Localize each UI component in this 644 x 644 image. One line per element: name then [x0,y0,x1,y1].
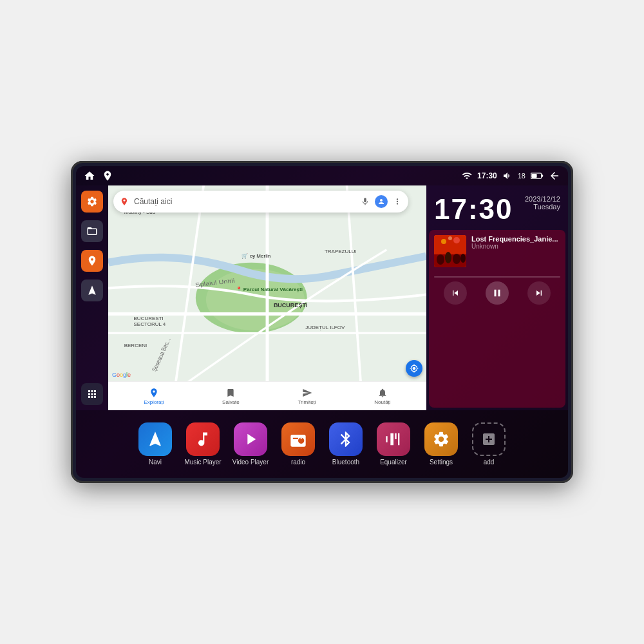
device-frame: 17:30 18 [71,161,573,483]
status-left [84,170,113,182]
bluetooth-label: Bluetooth [332,459,359,466]
app-radio[interactable]: radio [279,422,317,466]
add-label: add [484,459,495,466]
map-label-ilfov: JUDEȚUL ILFOV [305,325,345,330]
svg-point-16 [437,254,444,265]
clock-date: 2023/12/12 Tuesday [525,195,560,211]
map-bottom-bar: Explorați Salvate Trimiteț [108,381,426,410]
equalizer-label: Equalizer [380,459,407,466]
prev-button[interactable] [444,281,467,305]
album-art [434,235,466,267]
music-artist: Unknown [471,243,560,250]
clock-time: 17:30 [434,195,513,223]
screen: 17:30 18 [76,166,568,478]
home-icon[interactable] [84,170,95,182]
next-button[interactable] [527,281,551,305]
apps-grid: Navi Music Player [136,422,508,466]
map-pin-icon[interactable] [102,170,113,182]
svg-point-18 [453,254,460,264]
radio-icon [281,422,315,456]
user-avatar[interactable] [375,195,388,208]
sidebar-item-map[interactable] [81,250,103,272]
status-bar: 17:30 18 [76,166,568,185]
svg-point-17 [445,252,451,263]
main-content: Splaiul Unirii Șoseaua Bec... AXIS Premi… [76,185,568,410]
google-logo: Google [112,372,131,378]
svg-point-22 [448,236,452,240]
music-progress-bar[interactable] [434,276,560,278]
saved-label: Salvate [222,399,240,405]
sidebar-item-files[interactable] [81,220,103,242]
send-label: Trimiteți [298,399,316,405]
music-player-label: Music Player [184,459,221,466]
sidebar [76,185,108,410]
map-search-text[interactable]: Căutați aici [134,197,355,206]
map-label-sectorul4: BUCUREȘTISECTORUL 4 [134,316,166,327]
svg-point-13 [124,200,126,202]
sidebar-item-all-apps[interactable] [81,383,103,405]
app-add[interactable]: add [469,422,508,466]
map-label-trapezului: TRAPEZULUI [325,249,357,254]
video-player-label: Video Player [232,459,269,466]
music-controls [434,281,560,305]
music-player-section: Lost Frequencies_Janie... Unknown [429,230,565,408]
map-news-btn[interactable]: Noutăți [374,388,390,405]
map-container: Splaiul Unirii Șoseaua Bec... AXIS Premi… [108,185,426,410]
music-player-icon [186,422,220,456]
news-label: Noutăți [374,399,390,405]
pause-button[interactable] [486,281,509,305]
svg-point-20 [441,239,446,244]
map-label-merlin: 🛒 oy Merlin [242,253,270,259]
radio-label: radio [291,459,305,466]
music-title: Lost Frequencies_Janie... [471,235,560,243]
apps-dock: Navi Music Player [76,410,568,478]
app-bluetooth[interactable]: Bluetooth [327,422,365,466]
wifi-icon [462,171,472,181]
svg-point-19 [460,254,466,263]
sidebar-item-navi[interactable] [81,279,103,301]
svg-point-21 [453,237,460,243]
map-explore-btn[interactable]: Explorați [144,388,164,405]
map-label-parc: 📍 Parcul Natural Văcărești [236,287,303,292]
clock-year: 2023/12/12 [525,195,560,203]
app-equalizer[interactable]: Equalizer [374,422,413,466]
status-time: 17:30 [477,171,497,180]
music-info: Lost Frequencies_Janie... Unknown [434,235,560,267]
map-search-bar[interactable]: Căutați aici [113,191,408,213]
svg-rect-1 [531,174,536,178]
right-panel: 17:30 2023/12/12 Tuesday [426,185,568,410]
app-navi[interactable]: Navi [136,422,175,466]
map-background: Splaiul Unirii Șoseaua Bec... AXIS Premi… [108,185,426,410]
svg-rect-2 [542,175,543,176]
google-maps-icon [120,197,129,206]
settings-icon [424,422,458,456]
battery-icon [531,171,544,180]
clock-section: 17:30 2023/12/12 Tuesday [426,185,568,230]
explore-label: Explorați [144,399,164,405]
map-label-bucuresti: BUCUREȘTI [274,302,308,308]
app-settings[interactable]: Settings [422,422,460,466]
map-send-btn[interactable]: Trimiteți [298,388,316,405]
navi-icon [138,422,172,456]
map-area[interactable]: Splaiul Unirii Șoseaua Bec... AXIS Premi… [108,185,426,410]
status-right: 17:30 18 [462,170,560,182]
video-player-icon [234,422,267,456]
map-label-berceni: BERCENI [124,343,147,348]
mic-icon[interactable] [361,197,370,206]
battery-level: 18 [518,172,526,180]
app-music-player[interactable]: Music Player [184,422,222,466]
equalizer-icon [377,422,410,456]
back-icon[interactable] [549,170,560,182]
app-video-player[interactable]: Video Player [231,422,270,466]
bluetooth-icon [329,422,363,456]
clock-day: Tuesday [525,203,560,211]
map-location-button[interactable] [406,360,422,377]
map-settings-icon[interactable] [393,197,402,206]
sidebar-item-settings[interactable] [81,191,103,213]
volume-icon [502,171,513,181]
music-details: Lost Frequencies_Janie... Unknown [471,235,560,250]
navi-label: Navi [149,459,162,466]
map-saved-btn[interactable]: Salvate [222,388,240,405]
add-icon [472,422,506,456]
settings-label: Settings [430,459,453,466]
